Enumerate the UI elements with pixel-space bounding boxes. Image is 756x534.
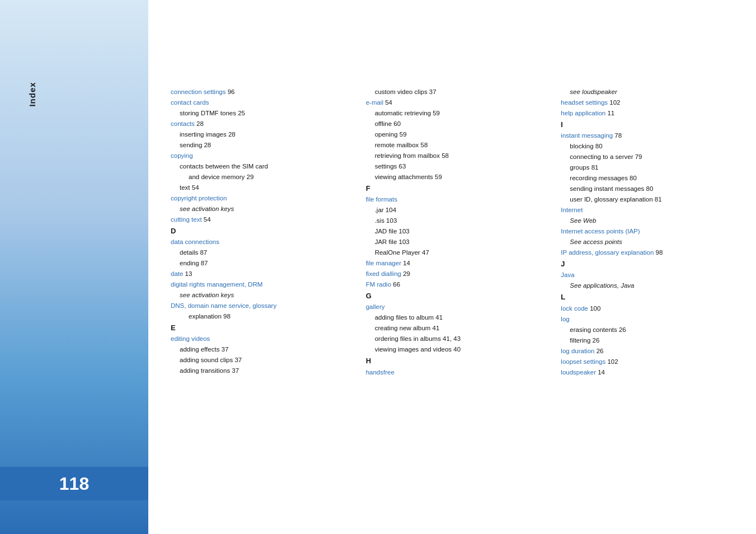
list-item: H <box>366 355 539 367</box>
list-item: loopset settings 102 <box>561 357 734 367</box>
index-link[interactable]: digital rights management, DRM <box>171 281 262 288</box>
list-item: IP address, glossary explanation 98 <box>561 247 734 258</box>
index-link[interactable]: copying <box>171 152 193 159</box>
section-header: H <box>366 357 371 365</box>
index-link[interactable]: fixed dialling <box>366 270 401 277</box>
list-item: gallery <box>366 302 539 312</box>
list-item: Internet access points (IAP) <box>561 226 734 237</box>
list-item: adding transitions 37 <box>171 366 344 376</box>
list-item: settings 63 <box>366 161 539 172</box>
list-item: help application 11 <box>561 108 734 119</box>
index-link[interactable]: log duration <box>561 348 594 354</box>
list-item: viewing attachments 59 <box>366 172 539 182</box>
list-item: loudspeaker 14 <box>561 367 734 378</box>
list-item: blocking 80 <box>561 141 734 152</box>
list-item: L <box>561 291 734 303</box>
page-container: Index 118 Copyright © 2006 Nokia. All ri… <box>0 0 756 534</box>
section-header: E <box>171 324 176 332</box>
index-link[interactable]: instant messaging <box>561 132 613 139</box>
index-link[interactable]: e-mail <box>366 99 383 106</box>
list-item: erasing contents 26 <box>561 325 734 335</box>
index-link[interactable]: copyright protection <box>171 195 227 202</box>
index-link[interactable]: data connections <box>171 238 219 245</box>
index-link[interactable]: lock code <box>561 305 588 312</box>
list-item: file formats <box>366 194 539 205</box>
list-item: .jar 104 <box>366 205 539 216</box>
list-item: fixed dialling 29 <box>366 269 539 279</box>
list-item: D <box>171 225 344 237</box>
list-item: JAD file 103 <box>366 226 539 237</box>
list-item: adding effects 37 <box>171 344 344 355</box>
section-header: I <box>561 120 563 129</box>
index-link[interactable]: Java <box>561 271 574 278</box>
list-item: groups 81 <box>561 162 734 173</box>
list-item: Internet <box>561 205 734 216</box>
index-link[interactable]: Internet <box>561 207 583 213</box>
list-item: See Web <box>561 216 734 226</box>
index-label: Index <box>27 82 37 106</box>
list-item: See access points <box>561 237 734 247</box>
section-header: L <box>561 293 565 301</box>
list-item: cutting text 54 <box>171 214 344 225</box>
list-item: see activation keys <box>171 290 344 301</box>
list-item: ordering files in albums 41, 43 <box>366 334 539 344</box>
index-link[interactable]: help application <box>561 110 605 116</box>
list-item: copying <box>171 151 344 161</box>
index-link[interactable]: gallery <box>366 303 385 310</box>
list-item: sending instant messages 80 <box>561 184 734 194</box>
column-3: see loudspeakerheadset settings 102help … <box>561 87 734 489</box>
index-link[interactable]: contact cards <box>171 99 209 106</box>
main-content: connection settings 96contact cardsstori… <box>148 0 756 534</box>
list-item: ending 87 <box>171 258 344 269</box>
list-item: offline 60 <box>366 119 539 129</box>
index-link[interactable]: file formats <box>366 196 397 203</box>
list-item: RealOne Player 47 <box>366 247 539 258</box>
list-item: see activation keys <box>171 204 344 214</box>
index-link[interactable]: IP address, glossary explanation <box>561 249 654 256</box>
list-item: e-mail 54 <box>366 97 539 108</box>
list-item: copyright protection <box>171 193 344 204</box>
list-item: instant messaging 78 <box>561 130 734 141</box>
list-item: headset settings 102 <box>561 97 734 108</box>
list-item: remote mailbox 58 <box>366 140 539 151</box>
list-item: log duration 26 <box>561 346 734 357</box>
section-header: D <box>171 227 176 235</box>
column-2: custom video clips 37e-mail 54automatic … <box>366 87 539 489</box>
index-link[interactable]: log <box>561 316 569 322</box>
section-header: J <box>561 260 565 268</box>
list-item: recording messages 80 <box>561 173 734 184</box>
list-item: .sis 103 <box>366 216 539 226</box>
list-item: data connections <box>171 237 344 247</box>
list-item: handsfree <box>366 367 539 378</box>
page-number-box: 118 <box>0 467 148 500</box>
index-link[interactable]: connection settings <box>171 88 226 95</box>
list-item: editing videos <box>171 334 344 344</box>
index-link[interactable]: headset settings <box>561 99 608 106</box>
index-link[interactable]: contacts <box>171 120 195 127</box>
left-sidebar: Index 118 <box>0 0 148 534</box>
index-link[interactable]: file manager <box>366 260 401 266</box>
list-item: adding files to album 41 <box>366 312 539 323</box>
column-1: connection settings 96contact cardsstori… <box>171 87 344 489</box>
index-link[interactable]: editing videos <box>171 335 210 342</box>
index-link[interactable]: cutting text <box>171 216 202 223</box>
list-item: log <box>561 314 734 325</box>
list-item: custom video clips 37 <box>366 87 539 97</box>
list-item: J <box>561 258 734 270</box>
list-item: contact cards <box>171 97 344 108</box>
index-link[interactable]: loopset settings <box>561 358 605 365</box>
index-link[interactable]: DNS, domain name service, glossary <box>171 302 276 309</box>
list-item: lock code 100 <box>561 303 734 314</box>
index-link[interactable]: date <box>171 270 183 277</box>
list-item: contacts 28 <box>171 119 344 129</box>
index-link[interactable]: handsfree <box>366 369 395 376</box>
index-link[interactable]: FM radio <box>366 281 391 288</box>
section-header: G <box>366 292 372 300</box>
list-item: opening 59 <box>366 129 539 140</box>
index-link[interactable]: Internet access points (IAP) <box>561 228 640 235</box>
list-item: connecting to a server 79 <box>561 152 734 162</box>
index-link[interactable]: loudspeaker <box>561 369 596 376</box>
page-number: 118 <box>59 474 89 494</box>
list-item: G <box>366 290 539 302</box>
list-item: see loudspeaker <box>561 87 734 97</box>
